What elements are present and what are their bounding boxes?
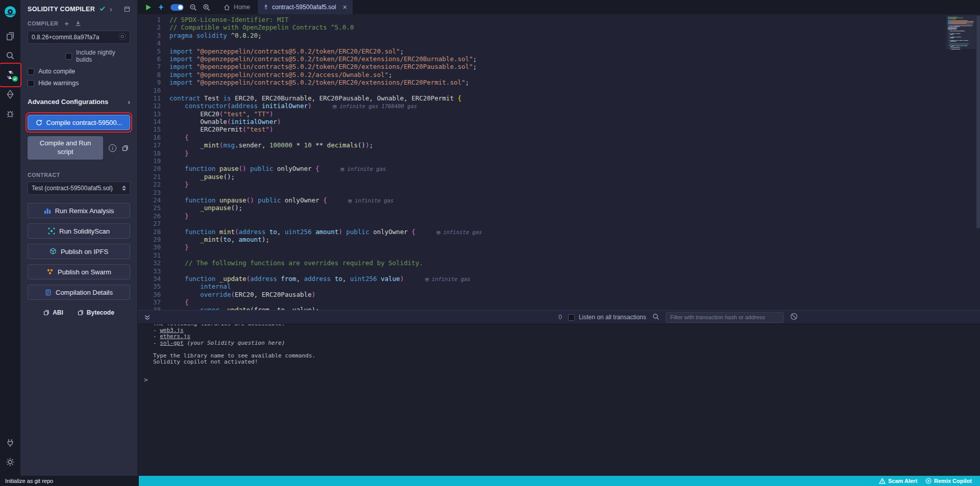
- hide-warnings-checkbox[interactable]: [28, 80, 34, 87]
- copy-abi-button[interactable]: ABI: [43, 309, 63, 316]
- tab-home[interactable]: Home: [218, 0, 256, 14]
- listen-all-transactions-option[interactable]: Listen on all transactions: [568, 314, 646, 321]
- copy-icon[interactable]: [122, 145, 129, 151]
- contract-select[interactable]: Test (contract-59500afaf5.sol): [28, 182, 130, 195]
- remix-logo-icon[interactable]: [0, 3, 20, 20]
- line-number[interactable]: 29: [138, 236, 169, 243]
- compile-and-run-button[interactable]: Compile and Run script: [28, 136, 103, 160]
- line-number[interactable]: 14: [138, 118, 169, 125]
- auto-compile-checkbox[interactable]: [28, 68, 34, 75]
- line-number[interactable]: 18: [138, 149, 169, 157]
- gas-estimate-widget[interactable]: ▤ infinite gas 1768400 gas: [333, 103, 417, 109]
- line-number[interactable]: 32: [138, 259, 169, 267]
- gas-estimate-widget[interactable]: ▤ infinite gas: [349, 197, 394, 203]
- line-number[interactable]: 37: [138, 298, 169, 306]
- editor-scrollbar[interactable]: [976, 14, 980, 310]
- remix-ai-icon[interactable]: [157, 4, 165, 11]
- line-number[interactable]: 26: [138, 212, 169, 220]
- terminal-link[interactable]: ethers.js: [160, 333, 190, 340]
- line-number[interactable]: 11: [138, 94, 169, 102]
- line-number[interactable]: 20: [138, 165, 169, 172]
- line-number[interactable]: 5: [138, 47, 169, 55]
- zoom-in-icon[interactable]: [203, 4, 210, 11]
- publish-swarm-button[interactable]: Publish on Swarm: [28, 264, 130, 279]
- run-remix-analysis-button[interactable]: Run Remix Analysis: [28, 203, 130, 218]
- info-icon[interactable]: i: [109, 144, 116, 152]
- line-number[interactable]: 1: [138, 16, 169, 23]
- gas-estimate-widget[interactable]: ▤ infinite gas: [341, 166, 386, 172]
- debugger-icon[interactable]: [0, 104, 20, 123]
- line-number[interactable]: 28: [138, 228, 169, 236]
- line-number[interactable]: 33: [138, 267, 169, 275]
- line-number[interactable]: 17: [138, 141, 169, 149]
- transaction-filter-input[interactable]: [666, 312, 784, 323]
- line-number[interactable]: 16: [138, 134, 169, 141]
- nightly-builds-option[interactable]: Include nightly builds: [65, 49, 130, 63]
- publish-ipfs-button[interactable]: Publish on IPFS: [28, 244, 130, 259]
- auto-compile-option[interactable]: Auto compile: [28, 68, 130, 75]
- clear-console-icon[interactable]: [790, 313, 798, 322]
- settings-gear-icon[interactable]: [0, 452, 20, 472]
- scam-alert-button[interactable]: Scam Alert: [879, 478, 917, 484]
- line-number[interactable]: 10: [138, 87, 169, 94]
- git-init-button[interactable]: Initialize as git repo: [0, 476, 139, 486]
- line-number[interactable]: 21: [138, 173, 169, 181]
- line-number[interactable]: 34: [138, 275, 169, 283]
- line-number[interactable]: 19: [138, 157, 169, 165]
- compilation-details-button[interactable]: Compilation Details: [28, 285, 130, 300]
- listen-all-transactions-checkbox[interactable]: [568, 314, 575, 321]
- line-number[interactable]: 31: [138, 251, 169, 259]
- line-number[interactable]: 12: [138, 102, 169, 110]
- line-number[interactable]: 35: [138, 283, 169, 290]
- line-number[interactable]: 4: [138, 39, 169, 47]
- add-compiler-icon[interactable]: +: [64, 19, 69, 27]
- remix-copilot-button[interactable]: Remix Copilot: [925, 478, 972, 484]
- compile-button[interactable]: Compile contract-59500...: [28, 115, 130, 130]
- line-number[interactable]: 30: [138, 243, 169, 251]
- file-explorer-icon[interactable]: [0, 27, 20, 46]
- run-script-play-icon[interactable]: [145, 4, 152, 11]
- close-tab-icon[interactable]: ×: [342, 3, 347, 11]
- line-number[interactable]: 22: [138, 181, 169, 188]
- line-number[interactable]: 2: [138, 23, 169, 31]
- line-number[interactable]: 27: [138, 220, 169, 227]
- line-number[interactable]: 36: [138, 291, 169, 298]
- terminal-expand-icon[interactable]: [144, 314, 151, 321]
- tab-contract-file[interactable]: contract-59500afaf5.sol ×: [258, 0, 353, 14]
- download-compiler-icon[interactable]: [75, 20, 81, 27]
- line-number[interactable]: 38: [138, 306, 169, 310]
- search-icon[interactable]: [0, 46, 20, 65]
- solidity-compiler-icon[interactable]: [0, 65, 20, 85]
- run-solidityscan-button[interactable]: Run SolidityScan: [28, 223, 130, 239]
- minimap-slider[interactable]: [946, 15, 976, 49]
- line-number[interactable]: 25: [138, 204, 169, 212]
- plugin-manager-icon[interactable]: [0, 433, 20, 452]
- line-number[interactable]: 3: [138, 32, 169, 39]
- nightly-builds-checkbox[interactable]: [65, 53, 72, 60]
- line-number[interactable]: 23: [138, 189, 169, 196]
- code-editor[interactable]: 1234567891011121314151617181920212223242…: [138, 14, 980, 310]
- line-number[interactable]: 7: [138, 63, 169, 70]
- copilot-toggle[interactable]: [170, 4, 184, 11]
- minimap[interactable]: [946, 15, 976, 53]
- line-number[interactable]: 24: [138, 196, 169, 204]
- line-number[interactable]: 6: [138, 55, 169, 63]
- terminal-link[interactable]: web3.js: [160, 327, 183, 334]
- copy-bytecode-button[interactable]: Bytecode: [78, 309, 114, 316]
- line-number[interactable]: 13: [138, 110, 169, 118]
- terminal[interactable]: The following libraries are accessible:-…: [138, 324, 980, 476]
- terminal-prompt[interactable]: >: [138, 376, 980, 383]
- compiler-version-select[interactable]: 0.8.26+commit.8a97fa7a: [28, 31, 130, 44]
- line-number[interactable]: 9: [138, 79, 169, 86]
- line-number[interactable]: 15: [138, 125, 169, 133]
- gas-estimate-widget[interactable]: ▤ infinite gas: [425, 276, 471, 282]
- gas-estimate-widget[interactable]: ▤ infinite gas: [437, 229, 482, 235]
- line-number[interactable]: 8: [138, 71, 169, 79]
- deploy-run-icon[interactable]: [0, 85, 20, 104]
- hide-warnings-option[interactable]: Hide warnings: [28, 80, 130, 87]
- advanced-configurations[interactable]: Advanced Configurations ›: [28, 98, 130, 106]
- zoom-out-icon[interactable]: [189, 4, 197, 11]
- chevron-right-icon[interactable]: ›: [110, 6, 112, 13]
- terminal-link[interactable]: sol-gpt: [160, 340, 183, 346]
- pin-window-icon[interactable]: [124, 6, 130, 12]
